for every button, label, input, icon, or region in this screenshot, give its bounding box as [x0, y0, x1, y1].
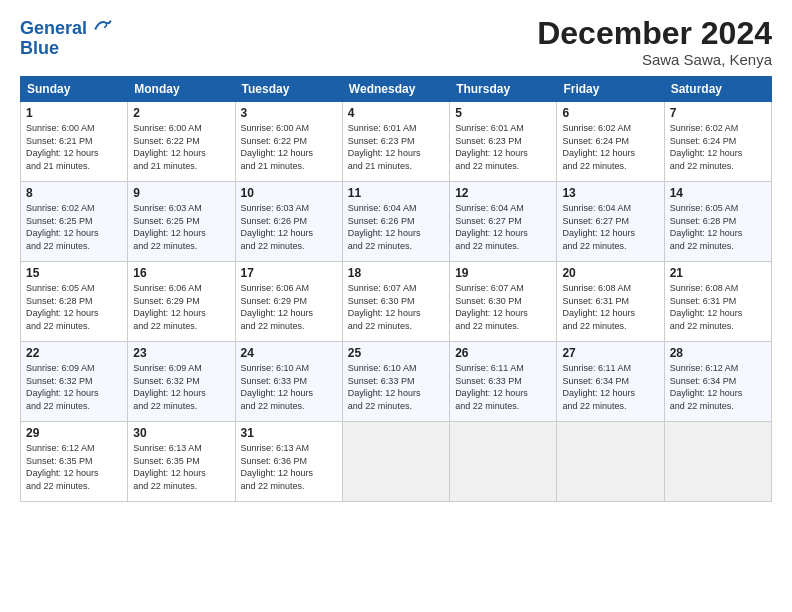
calendar-cell: 1Sunrise: 6:00 AMSunset: 6:21 PMDaylight… [21, 102, 128, 182]
col-header-monday: Monday [128, 77, 235, 102]
day-number: 12 [455, 186, 551, 200]
calendar-cell: 13Sunrise: 6:04 AMSunset: 6:27 PMDayligh… [557, 182, 664, 262]
header: General Blue December 2024 Sawa Sawa, Ke… [20, 16, 772, 68]
calendar-cell: 14Sunrise: 6:05 AMSunset: 6:28 PMDayligh… [664, 182, 771, 262]
day-number: 19 [455, 266, 551, 280]
day-info: Sunrise: 6:07 AMSunset: 6:30 PMDaylight:… [348, 282, 444, 332]
location: Sawa Sawa, Kenya [537, 51, 772, 68]
calendar-cell: 5Sunrise: 6:01 AMSunset: 6:23 PMDaylight… [450, 102, 557, 182]
col-header-wednesday: Wednesday [342, 77, 449, 102]
calendar-week-row: 15Sunrise: 6:05 AMSunset: 6:28 PMDayligh… [21, 262, 772, 342]
page: General Blue December 2024 Sawa Sawa, Ke… [0, 0, 792, 612]
day-info: Sunrise: 6:01 AMSunset: 6:23 PMDaylight:… [455, 122, 551, 172]
calendar-cell: 22Sunrise: 6:09 AMSunset: 6:32 PMDayligh… [21, 342, 128, 422]
day-info: Sunrise: 6:07 AMSunset: 6:30 PMDaylight:… [455, 282, 551, 332]
day-info: Sunrise: 6:06 AMSunset: 6:29 PMDaylight:… [241, 282, 337, 332]
day-number: 17 [241, 266, 337, 280]
day-info: Sunrise: 6:02 AMSunset: 6:25 PMDaylight:… [26, 202, 122, 252]
calendar-cell [557, 422, 664, 502]
day-info: Sunrise: 6:09 AMSunset: 6:32 PMDaylight:… [26, 362, 122, 412]
calendar-cell: 16Sunrise: 6:06 AMSunset: 6:29 PMDayligh… [128, 262, 235, 342]
day-number: 24 [241, 346, 337, 360]
logo-blue-text: Blue [20, 39, 112, 59]
day-info: Sunrise: 6:00 AMSunset: 6:22 PMDaylight:… [241, 122, 337, 172]
day-info: Sunrise: 6:01 AMSunset: 6:23 PMDaylight:… [348, 122, 444, 172]
calendar-header-row: SundayMondayTuesdayWednesdayThursdayFrid… [21, 77, 772, 102]
logo-bird-icon [94, 16, 112, 34]
day-number: 1 [26, 106, 122, 120]
calendar-week-row: 1Sunrise: 6:00 AMSunset: 6:21 PMDaylight… [21, 102, 772, 182]
calendar-cell: 7Sunrise: 6:02 AMSunset: 6:24 PMDaylight… [664, 102, 771, 182]
day-info: Sunrise: 6:02 AMSunset: 6:24 PMDaylight:… [670, 122, 766, 172]
day-info: Sunrise: 6:09 AMSunset: 6:32 PMDaylight:… [133, 362, 229, 412]
calendar-cell: 30Sunrise: 6:13 AMSunset: 6:35 PMDayligh… [128, 422, 235, 502]
calendar-cell: 18Sunrise: 6:07 AMSunset: 6:30 PMDayligh… [342, 262, 449, 342]
calendar-week-row: 22Sunrise: 6:09 AMSunset: 6:32 PMDayligh… [21, 342, 772, 422]
day-number: 22 [26, 346, 122, 360]
day-info: Sunrise: 6:00 AMSunset: 6:22 PMDaylight:… [133, 122, 229, 172]
calendar-cell: 3Sunrise: 6:00 AMSunset: 6:22 PMDaylight… [235, 102, 342, 182]
day-number: 25 [348, 346, 444, 360]
day-info: Sunrise: 6:10 AMSunset: 6:33 PMDaylight:… [348, 362, 444, 412]
day-info: Sunrise: 6:03 AMSunset: 6:26 PMDaylight:… [241, 202, 337, 252]
calendar-cell: 23Sunrise: 6:09 AMSunset: 6:32 PMDayligh… [128, 342, 235, 422]
day-number: 11 [348, 186, 444, 200]
day-number: 16 [133, 266, 229, 280]
day-number: 31 [241, 426, 337, 440]
day-info: Sunrise: 6:12 AMSunset: 6:34 PMDaylight:… [670, 362, 766, 412]
calendar-cell: 27Sunrise: 6:11 AMSunset: 6:34 PMDayligh… [557, 342, 664, 422]
day-number: 14 [670, 186, 766, 200]
col-header-thursday: Thursday [450, 77, 557, 102]
calendar-cell: 2Sunrise: 6:00 AMSunset: 6:22 PMDaylight… [128, 102, 235, 182]
day-info: Sunrise: 6:06 AMSunset: 6:29 PMDaylight:… [133, 282, 229, 332]
calendar-week-row: 8Sunrise: 6:02 AMSunset: 6:25 PMDaylight… [21, 182, 772, 262]
day-number: 8 [26, 186, 122, 200]
day-info: Sunrise: 6:02 AMSunset: 6:24 PMDaylight:… [562, 122, 658, 172]
day-number: 2 [133, 106, 229, 120]
day-info: Sunrise: 6:12 AMSunset: 6:35 PMDaylight:… [26, 442, 122, 492]
day-number: 13 [562, 186, 658, 200]
calendar-cell: 24Sunrise: 6:10 AMSunset: 6:33 PMDayligh… [235, 342, 342, 422]
col-header-saturday: Saturday [664, 77, 771, 102]
day-info: Sunrise: 6:11 AMSunset: 6:34 PMDaylight:… [562, 362, 658, 412]
calendar-cell [664, 422, 771, 502]
day-number: 7 [670, 106, 766, 120]
day-info: Sunrise: 6:04 AMSunset: 6:27 PMDaylight:… [455, 202, 551, 252]
calendar-cell: 9Sunrise: 6:03 AMSunset: 6:25 PMDaylight… [128, 182, 235, 262]
calendar-cell [342, 422, 449, 502]
calendar-cell [450, 422, 557, 502]
day-info: Sunrise: 6:10 AMSunset: 6:33 PMDaylight:… [241, 362, 337, 412]
calendar-cell: 17Sunrise: 6:06 AMSunset: 6:29 PMDayligh… [235, 262, 342, 342]
day-info: Sunrise: 6:00 AMSunset: 6:21 PMDaylight:… [26, 122, 122, 172]
logo-text: General [20, 16, 112, 39]
day-number: 3 [241, 106, 337, 120]
calendar-cell: 26Sunrise: 6:11 AMSunset: 6:33 PMDayligh… [450, 342, 557, 422]
calendar-cell: 21Sunrise: 6:08 AMSunset: 6:31 PMDayligh… [664, 262, 771, 342]
calendar-table: SundayMondayTuesdayWednesdayThursdayFrid… [20, 76, 772, 502]
calendar-cell: 25Sunrise: 6:10 AMSunset: 6:33 PMDayligh… [342, 342, 449, 422]
calendar-cell: 8Sunrise: 6:02 AMSunset: 6:25 PMDaylight… [21, 182, 128, 262]
month-title: December 2024 [537, 16, 772, 51]
day-info: Sunrise: 6:08 AMSunset: 6:31 PMDaylight:… [562, 282, 658, 332]
day-info: Sunrise: 6:04 AMSunset: 6:27 PMDaylight:… [562, 202, 658, 252]
calendar-cell: 20Sunrise: 6:08 AMSunset: 6:31 PMDayligh… [557, 262, 664, 342]
day-number: 4 [348, 106, 444, 120]
calendar-cell: 12Sunrise: 6:04 AMSunset: 6:27 PMDayligh… [450, 182, 557, 262]
calendar-cell: 11Sunrise: 6:04 AMSunset: 6:26 PMDayligh… [342, 182, 449, 262]
calendar-cell: 10Sunrise: 6:03 AMSunset: 6:26 PMDayligh… [235, 182, 342, 262]
day-info: Sunrise: 6:05 AMSunset: 6:28 PMDaylight:… [26, 282, 122, 332]
day-info: Sunrise: 6:05 AMSunset: 6:28 PMDaylight:… [670, 202, 766, 252]
col-header-friday: Friday [557, 77, 664, 102]
logo: General Blue [20, 16, 112, 59]
day-info: Sunrise: 6:08 AMSunset: 6:31 PMDaylight:… [670, 282, 766, 332]
calendar-cell: 15Sunrise: 6:05 AMSunset: 6:28 PMDayligh… [21, 262, 128, 342]
day-number: 23 [133, 346, 229, 360]
day-info: Sunrise: 6:03 AMSunset: 6:25 PMDaylight:… [133, 202, 229, 252]
calendar-cell: 29Sunrise: 6:12 AMSunset: 6:35 PMDayligh… [21, 422, 128, 502]
day-number: 28 [670, 346, 766, 360]
day-number: 30 [133, 426, 229, 440]
col-header-tuesday: Tuesday [235, 77, 342, 102]
day-number: 26 [455, 346, 551, 360]
day-info: Sunrise: 6:04 AMSunset: 6:26 PMDaylight:… [348, 202, 444, 252]
day-number: 20 [562, 266, 658, 280]
